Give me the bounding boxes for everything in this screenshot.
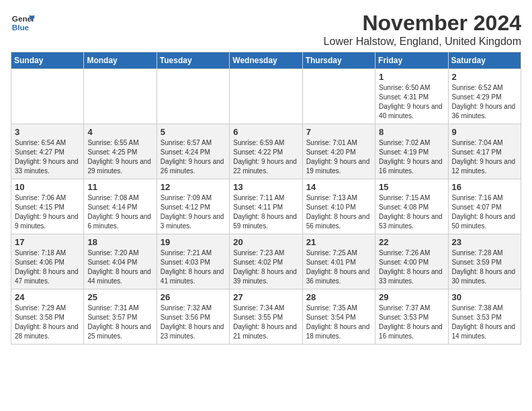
week-row-5: 24Sunrise: 7:29 AM Sunset: 3:58 PM Dayli… <box>11 289 521 345</box>
day-number: 5 <box>161 127 226 137</box>
day-cell: 28Sunrise: 7:35 AM Sunset: 3:54 PM Dayli… <box>302 289 375 345</box>
day-cell <box>84 69 157 124</box>
day-cell: 16Sunrise: 7:16 AM Sunset: 4:07 PM Dayli… <box>448 179 521 234</box>
day-info: Sunrise: 7:04 AM Sunset: 4:17 PM Dayligh… <box>452 138 517 176</box>
day-number: 19 <box>161 237 226 247</box>
day-cell: 13Sunrise: 7:11 AM Sunset: 4:11 PM Dayli… <box>230 179 302 234</box>
week-row-2: 3Sunrise: 6:54 AM Sunset: 4:27 PM Daylig… <box>11 124 521 179</box>
week-row-3: 10Sunrise: 7:06 AM Sunset: 4:15 PM Dayli… <box>11 179 521 234</box>
svg-text:Blue: Blue <box>12 23 30 32</box>
day-info: Sunrise: 7:09 AM Sunset: 4:12 PM Dayligh… <box>161 193 226 231</box>
day-cell: 18Sunrise: 7:20 AM Sunset: 4:04 PM Dayli… <box>84 234 157 289</box>
col-header-saturday: Saturday <box>448 52 521 69</box>
col-header-tuesday: Tuesday <box>157 52 229 69</box>
day-cell: 21Sunrise: 7:25 AM Sunset: 4:01 PM Dayli… <box>302 234 375 289</box>
day-info: Sunrise: 7:25 AM Sunset: 4:01 PM Dayligh… <box>306 248 371 286</box>
day-number: 7 <box>306 127 371 137</box>
logo: General Blue <box>11 11 35 35</box>
day-number: 14 <box>306 182 371 192</box>
day-cell: 12Sunrise: 7:09 AM Sunset: 4:12 PM Dayli… <box>157 179 229 234</box>
day-number: 21 <box>306 237 371 247</box>
day-number: 23 <box>452 237 517 247</box>
day-info: Sunrise: 7:20 AM Sunset: 4:04 PM Dayligh… <box>87 248 152 286</box>
day-number: 29 <box>379 292 444 302</box>
day-cell: 8Sunrise: 7:02 AM Sunset: 4:19 PM Daylig… <box>375 124 448 179</box>
day-info: Sunrise: 7:15 AM Sunset: 4:08 PM Dayligh… <box>379 193 444 231</box>
day-number: 13 <box>233 182 298 192</box>
day-cell: 29Sunrise: 7:37 AM Sunset: 3:53 PM Dayli… <box>375 289 448 345</box>
day-info: Sunrise: 7:37 AM Sunset: 3:53 PM Dayligh… <box>379 304 444 341</box>
day-number: 24 <box>15 292 80 302</box>
day-number: 9 <box>452 127 517 137</box>
day-cell: 25Sunrise: 7:31 AM Sunset: 3:57 PM Dayli… <box>84 289 157 345</box>
day-cell: 5Sunrise: 6:57 AM Sunset: 4:24 PM Daylig… <box>157 124 229 179</box>
day-info: Sunrise: 7:35 AM Sunset: 3:54 PM Dayligh… <box>306 304 371 341</box>
col-header-wednesday: Wednesday <box>230 52 302 69</box>
day-number: 18 <box>87 237 152 247</box>
day-cell: 20Sunrise: 7:23 AM Sunset: 4:02 PM Dayli… <box>230 234 302 289</box>
day-cell: 3Sunrise: 6:54 AM Sunset: 4:27 PM Daylig… <box>11 124 84 179</box>
day-cell: 7Sunrise: 7:01 AM Sunset: 4:20 PM Daylig… <box>302 124 375 179</box>
day-info: Sunrise: 7:32 AM Sunset: 3:56 PM Dayligh… <box>161 304 226 341</box>
logo-icon: General Blue <box>11 11 35 35</box>
day-number: 15 <box>379 182 444 192</box>
day-cell: 9Sunrise: 7:04 AM Sunset: 4:17 PM Daylig… <box>448 124 521 179</box>
day-info: Sunrise: 7:13 AM Sunset: 4:10 PM Dayligh… <box>306 193 371 231</box>
day-cell <box>11 69 84 124</box>
day-info: Sunrise: 7:26 AM Sunset: 4:00 PM Dayligh… <box>379 248 444 286</box>
day-info: Sunrise: 6:54 AM Sunset: 4:27 PM Dayligh… <box>15 138 80 176</box>
day-cell <box>157 69 229 124</box>
week-row-4: 17Sunrise: 7:18 AM Sunset: 4:06 PM Dayli… <box>11 234 521 289</box>
day-number: 6 <box>233 127 298 137</box>
day-number: 11 <box>87 182 152 192</box>
day-info: Sunrise: 6:57 AM Sunset: 4:24 PM Dayligh… <box>161 138 226 176</box>
day-cell: 30Sunrise: 7:38 AM Sunset: 3:53 PM Dayli… <box>448 289 521 345</box>
day-info: Sunrise: 6:59 AM Sunset: 4:22 PM Dayligh… <box>233 138 298 176</box>
day-number: 8 <box>379 127 444 137</box>
day-cell <box>302 69 375 124</box>
day-info: Sunrise: 6:52 AM Sunset: 4:29 PM Dayligh… <box>452 83 517 121</box>
day-cell: 11Sunrise: 7:08 AM Sunset: 4:14 PM Dayli… <box>84 179 157 234</box>
day-cell: 23Sunrise: 7:28 AM Sunset: 3:59 PM Dayli… <box>448 234 521 289</box>
day-cell: 10Sunrise: 7:06 AM Sunset: 4:15 PM Dayli… <box>11 179 84 234</box>
day-cell: 4Sunrise: 6:55 AM Sunset: 4:25 PM Daylig… <box>84 124 157 179</box>
day-number: 25 <box>87 292 152 302</box>
day-number: 27 <box>233 292 298 302</box>
day-info: Sunrise: 7:28 AM Sunset: 3:59 PM Dayligh… <box>452 248 517 286</box>
header-row: SundayMondayTuesdayWednesdayThursdayFrid… <box>11 52 521 69</box>
day-info: Sunrise: 7:08 AM Sunset: 4:14 PM Dayligh… <box>87 193 152 231</box>
day-info: Sunrise: 7:02 AM Sunset: 4:19 PM Dayligh… <box>379 138 444 176</box>
day-info: Sunrise: 7:38 AM Sunset: 3:53 PM Dayligh… <box>452 304 517 341</box>
day-info: Sunrise: 7:31 AM Sunset: 3:57 PM Dayligh… <box>87 304 152 341</box>
day-info: Sunrise: 6:50 AM Sunset: 4:31 PM Dayligh… <box>379 83 444 121</box>
day-cell: 26Sunrise: 7:32 AM Sunset: 3:56 PM Dayli… <box>157 289 229 345</box>
day-cell: 27Sunrise: 7:34 AM Sunset: 3:55 PM Dayli… <box>230 289 302 345</box>
day-cell: 24Sunrise: 7:29 AM Sunset: 3:58 PM Dayli… <box>11 289 84 345</box>
day-info: Sunrise: 7:21 AM Sunset: 4:03 PM Dayligh… <box>161 248 226 286</box>
day-cell: 19Sunrise: 7:21 AM Sunset: 4:03 PM Dayli… <box>157 234 229 289</box>
day-info: Sunrise: 7:18 AM Sunset: 4:06 PM Dayligh… <box>15 248 80 286</box>
day-info: Sunrise: 7:01 AM Sunset: 4:20 PM Dayligh… <box>306 138 371 176</box>
week-row-1: 1Sunrise: 6:50 AM Sunset: 4:31 PM Daylig… <box>11 69 521 124</box>
day-number: 1 <box>379 72 444 82</box>
day-number: 10 <box>15 182 80 192</box>
day-info: Sunrise: 7:23 AM Sunset: 4:02 PM Dayligh… <box>233 248 298 286</box>
col-header-thursday: Thursday <box>302 52 375 69</box>
day-info: Sunrise: 7:16 AM Sunset: 4:07 PM Dayligh… <box>452 193 517 231</box>
day-info: Sunrise: 6:55 AM Sunset: 4:25 PM Dayligh… <box>87 138 152 176</box>
day-number: 26 <box>161 292 226 302</box>
day-number: 2 <box>452 72 517 82</box>
calendar-table: SundayMondayTuesdayWednesdayThursdayFrid… <box>11 52 521 345</box>
day-number: 22 <box>379 237 444 247</box>
day-cell: 2Sunrise: 6:52 AM Sunset: 4:29 PM Daylig… <box>448 69 521 124</box>
col-header-sunday: Sunday <box>11 52 84 69</box>
day-cell: 15Sunrise: 7:15 AM Sunset: 4:08 PM Dayli… <box>375 179 448 234</box>
month-title: November 2024 <box>324 11 521 36</box>
day-number: 12 <box>161 182 226 192</box>
day-number: 3 <box>15 127 80 137</box>
day-info: Sunrise: 7:06 AM Sunset: 4:15 PM Dayligh… <box>15 193 80 231</box>
day-number: 20 <box>233 237 298 247</box>
day-info: Sunrise: 7:34 AM Sunset: 3:55 PM Dayligh… <box>233 304 298 341</box>
location-title: Lower Halstow, England, United Kingdom <box>324 36 521 48</box>
day-cell: 14Sunrise: 7:13 AM Sunset: 4:10 PM Dayli… <box>302 179 375 234</box>
